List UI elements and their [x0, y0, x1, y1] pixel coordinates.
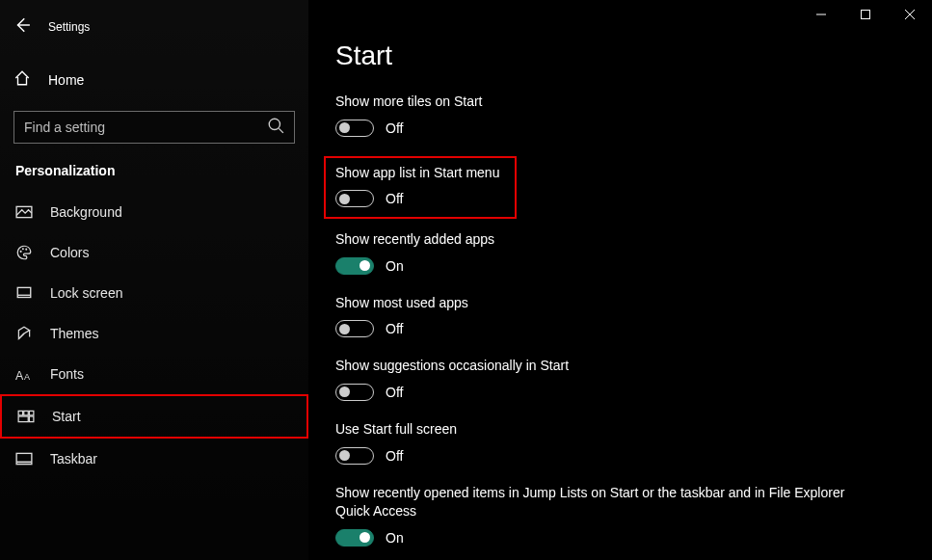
svg-point-8 — [20, 251, 22, 253]
toggle-state: Off — [386, 448, 403, 464]
app-title: Settings — [48, 20, 90, 34]
svg-point-5 — [269, 119, 280, 129]
toggle-state: Off — [386, 385, 403, 400]
sidebar-item-background[interactable]: Background — [0, 192, 308, 232]
svg-rect-19 — [29, 411, 34, 415]
close-button[interactable] — [888, 0, 932, 29]
svg-rect-1 — [862, 11, 870, 19]
minimize-button[interactable] — [799, 0, 843, 29]
sidebar-item-label: Taskbar — [50, 451, 97, 467]
maximize-icon — [861, 10, 870, 19]
sidebar-item-label: Lock screen — [50, 285, 122, 301]
close-icon — [905, 10, 915, 19]
toggle-app-list[interactable] — [335, 190, 374, 207]
sidebar-item-label: Fonts — [50, 366, 84, 382]
toggle-more-tiles[interactable] — [335, 120, 374, 137]
maximize-button[interactable] — [843, 0, 888, 29]
toggle-state: Off — [386, 191, 403, 206]
window-controls — [799, 0, 932, 29]
search-box[interactable] — [13, 111, 295, 144]
setting-label: Show more tiles on Start — [335, 93, 875, 112]
setting-label: Show suggestions occasionally in Start — [335, 357, 875, 376]
search-icon — [267, 117, 284, 138]
minimize-icon — [816, 10, 826, 19]
toggle-suggestions[interactable] — [335, 384, 374, 401]
search-input[interactable] — [24, 120, 246, 135]
setting-most-used: Show most used apps Off — [335, 294, 932, 338]
svg-rect-18 — [24, 411, 29, 415]
setting-label: Show app list in Start menu — [335, 164, 501, 183]
setting-label: Show recently opened items in Jump Lists… — [335, 484, 875, 521]
settings-window: Settings Home Personalization Background… — [0, 0, 932, 560]
setting-app-list: Show app list in Start menu Off — [324, 156, 517, 220]
sidebar-item-colors[interactable]: Colors — [0, 232, 308, 273]
toggle-most-used[interactable] — [335, 320, 374, 337]
sidebar-item-label: Colors — [50, 245, 89, 260]
setting-label: Use Start full screen — [335, 420, 875, 440]
sidebar: Settings Home Personalization Background… — [0, 0, 308, 560]
toggle-state: Off — [386, 120, 403, 136]
picture-icon — [15, 203, 33, 221]
lockscreen-icon — [15, 284, 33, 302]
svg-rect-21 — [29, 416, 34, 422]
setting-label: Show most used apps — [335, 294, 875, 313]
main-content: Start Show more tiles on Start Off Show … — [308, 0, 932, 560]
svg-point-9 — [22, 248, 24, 250]
sidebar-list: Background Colors Lock screen Themes AA … — [0, 192, 308, 479]
setting-more-tiles: Show more tiles on Start Off — [335, 93, 932, 137]
toggle-state: On — [386, 530, 404, 546]
sidebar-top: Settings — [0, 8, 308, 46]
svg-line-14 — [18, 333, 24, 339]
sidebar-item-lockscreen[interactable]: Lock screen — [0, 273, 308, 313]
svg-line-6 — [279, 128, 283, 133]
start-icon — [17, 408, 35, 425]
svg-text:A: A — [15, 369, 24, 383]
setting-label: Show recently added apps — [335, 230, 875, 250]
toggle-state: On — [386, 258, 404, 274]
sidebar-item-fonts[interactable]: AA Fonts — [0, 354, 308, 394]
svg-rect-17 — [18, 411, 23, 415]
toggle-state: Off — [386, 321, 403, 336]
setting-fullscreen: Use Start full screen Off — [335, 420, 932, 465]
toggle-fullscreen[interactable] — [335, 447, 374, 465]
home-label: Home — [48, 72, 84, 88]
fonts-icon: AA — [15, 365, 33, 383]
page-title: Start — [335, 40, 932, 71]
sidebar-item-themes[interactable]: Themes — [0, 313, 308, 354]
svg-rect-11 — [17, 287, 31, 297]
palette-icon — [15, 244, 33, 261]
home-icon — [13, 69, 31, 90]
sidebar-item-taskbar[interactable]: Taskbar — [0, 439, 308, 479]
back-button[interactable] — [13, 16, 31, 38]
section-header: Personalization — [0, 144, 308, 186]
sidebar-item-label: Background — [50, 204, 122, 220]
toggle-jump-lists[interactable] — [335, 529, 374, 547]
sidebar-item-start[interactable]: Start — [0, 394, 308, 439]
svg-point-10 — [25, 249, 27, 251]
home-nav[interactable]: Home — [0, 60, 308, 99]
toggle-recently-added[interactable] — [335, 257, 374, 275]
arrow-left-icon — [13, 16, 31, 34]
svg-text:A: A — [24, 372, 30, 382]
svg-rect-20 — [18, 416, 28, 422]
sidebar-item-label: Themes — [50, 326, 99, 341]
themes-icon — [15, 325, 33, 342]
setting-jump-lists: Show recently opened items in Jump Lists… — [335, 484, 932, 547]
setting-recently-added: Show recently added apps On — [335, 230, 932, 275]
setting-suggestions: Show suggestions occasionally in Start O… — [335, 357, 932, 401]
sidebar-item-label: Start — [52, 409, 81, 424]
taskbar-icon — [15, 450, 33, 467]
